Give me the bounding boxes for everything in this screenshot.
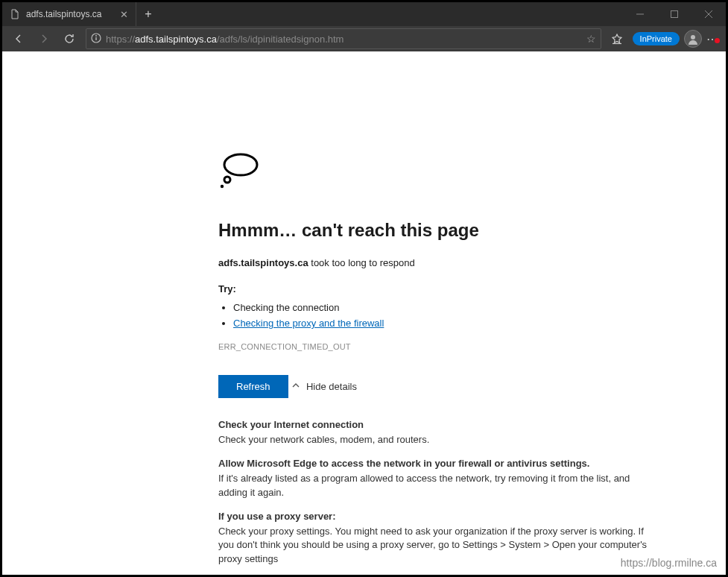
forward-button[interactable] — [32, 28, 56, 50]
try-label: Try: — [218, 283, 658, 294]
url-host: adfs.tailspintoys.ca — [135, 34, 217, 45]
browser-tab[interactable]: adfs.tailspintoys.ca ✕ — [2, 2, 136, 26]
detail-title-3: If you use a proxy server: — [218, 511, 658, 522]
svg-point-6 — [95, 35, 97, 37]
maximize-button[interactable] — [657, 2, 691, 26]
window-controls — [623, 2, 726, 26]
alert-dot-icon — [715, 38, 720, 43]
details-section: Check your Internet connection Check you… — [218, 419, 658, 567]
error-host-suffix: took too long to respond — [308, 257, 415, 268]
tab-title: adfs.tailspintoys.ca — [26, 9, 114, 19]
url-protocol: https:// — [106, 34, 135, 45]
try-item-connection: Checking the connection — [233, 302, 658, 313]
try-item-proxy: Checking the proxy and the firewall — [233, 318, 658, 329]
hide-details-toggle[interactable]: Hide details — [291, 381, 357, 392]
page-icon — [10, 9, 20, 19]
minimize-button[interactable] — [623, 2, 657, 26]
favorites-list-icon[interactable] — [606, 33, 628, 45]
close-tab-icon[interactable]: ✕ — [120, 9, 128, 20]
more-menu-button[interactable]: ⋯ — [703, 32, 721, 46]
svg-point-10 — [224, 177, 230, 183]
favorite-icon[interactable]: ☆ — [586, 33, 596, 45]
close-window-button[interactable] — [691, 2, 726, 26]
refresh-page-button[interactable]: Refresh — [218, 375, 288, 398]
profile-avatar[interactable] — [684, 30, 702, 48]
toolbar: https://adfs.tailspintoys.ca/adfs/ls/idp… — [2, 26, 726, 51]
svg-rect-1 — [671, 11, 678, 18]
svg-point-9 — [224, 154, 257, 175]
hide-details-label: Hide details — [306, 381, 357, 392]
svg-point-8 — [691, 35, 695, 40]
detail-title-1: Check your Internet connection — [218, 419, 658, 430]
tabs-area: adfs.tailspintoys.ca ✕ + — [2, 2, 160, 26]
title-bar: adfs.tailspintoys.ca ✕ + — [2, 2, 726, 26]
page-content: Hmmm… can't reach this page adfs.tailspi… — [2, 51, 726, 575]
detail-body-2: If it's already listed as a program allo… — [218, 472, 658, 500]
address-bar[interactable]: https://adfs.tailspintoys.ca/adfs/ls/idp… — [86, 28, 601, 49]
refresh-button[interactable] — [57, 28, 81, 50]
proxy-firewall-link[interactable]: Checking the proxy and the firewall — [233, 318, 384, 329]
inprivate-badge[interactable]: InPrivate — [633, 32, 680, 45]
chevron-up-icon — [291, 381, 300, 392]
url-path: /adfs/ls/idpinitiatedsignon.htm — [217, 34, 344, 45]
error-container: Hmmm… can't reach this page adfs.tailspi… — [218, 148, 658, 567]
error-code: ERR_CONNECTION_TIMED_OUT — [218, 342, 658, 351]
new-tab-button[interactable]: + — [136, 2, 160, 26]
error-host: adfs.tailspintoys.ca — [218, 257, 308, 268]
try-list: Checking the connection Checking the pro… — [233, 302, 658, 329]
detail-title-2: Allow Microsoft Edge to access the netwo… — [218, 458, 658, 469]
watermark: https://blog.rmilne.ca — [621, 557, 717, 569]
error-subline: adfs.tailspintoys.ca took too long to re… — [218, 257, 658, 268]
detail-body-3: Check your proxy settings. You might nee… — [218, 525, 658, 567]
svg-point-11 — [221, 185, 224, 188]
detail-body-1: Check your network cables, modem, and ro… — [218, 433, 658, 447]
thought-cloud-icon — [218, 148, 658, 198]
url-text: https://adfs.tailspintoys.ca/adfs/ls/idp… — [106, 34, 582, 45]
back-button[interactable] — [7, 28, 31, 50]
site-info-icon[interactable] — [91, 33, 101, 45]
error-title: Hmmm… can't reach this page — [218, 220, 658, 241]
